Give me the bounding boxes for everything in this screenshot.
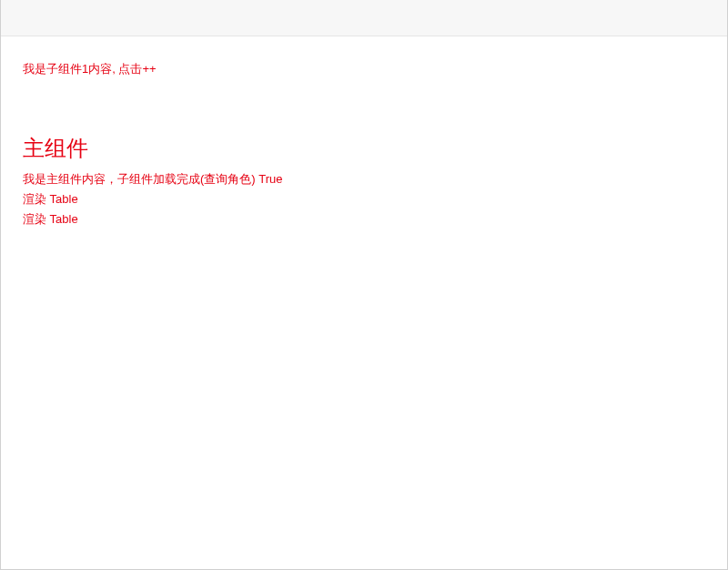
content-area: 我是子组件1内容, 点击++ 主组件 我是主组件内容，子组件加载完成(查询角色)… (1, 36, 727, 248)
render-table-line-1: 渲染 Table (23, 189, 705, 209)
page-frame: 我是子组件1内容, 点击++ 主组件 我是主组件内容，子组件加载完成(查询角色)… (0, 0, 728, 570)
render-table-line-2: 渲染 Table (23, 209, 705, 229)
child-component-text[interactable]: 我是子组件1内容, 点击++ (23, 60, 705, 79)
main-component-heading: 主组件 (23, 134, 705, 162)
top-bar (1, 0, 727, 36)
main-component-info: 我是主组件内容，子组件加载完成(查询角色) True (23, 169, 705, 189)
